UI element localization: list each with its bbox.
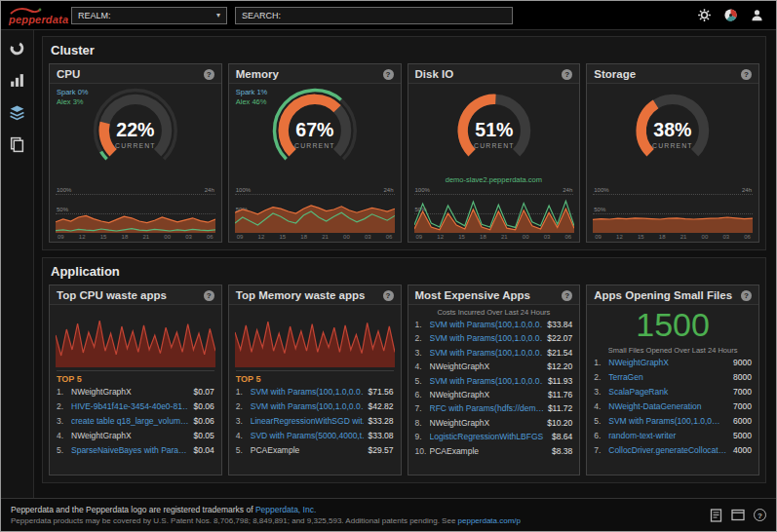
app-name[interactable]: SVM with Params(100,1.0,0.0… xyxy=(251,385,364,399)
cluster-section: Cluster CPU ? Spark 0%Alex 3% 22%CURRENT xyxy=(42,36,766,250)
cpu-history-chart[interactable]: 100% 24h 50% 0912151821000306 xyxy=(56,186,215,242)
application-panel-row: Top CPU waste apps ? TOP 5 1.NWeightGrap… xyxy=(49,285,759,475)
panel-disk-io: Disk IO ? 51%CURRENT demo-slave2.pepperd… xyxy=(408,63,581,243)
patent-line: Pepperdata products may be covered by U.… xyxy=(11,515,521,527)
app-name[interactable]: SVM with Params(100,1.0,0.0… xyxy=(430,346,543,360)
app-value: $0.06 xyxy=(193,399,214,414)
list-item: 4.NWeightGraphX$12.20 xyxy=(415,360,573,373)
user-icon[interactable] xyxy=(750,8,764,22)
disk-io-gauge: 51%CURRENT xyxy=(408,86,580,175)
list-item: 5.SparseNaiveBayes with Para…$0.04 xyxy=(57,443,214,458)
x-tick-label: 00 xyxy=(702,234,709,242)
app-name[interactable]: SparseNaiveBayes with Para… xyxy=(71,443,188,458)
x-tick-label: 12 xyxy=(437,234,444,242)
disk-io-history-chart[interactable]: 100% 24h 50% 0912151821000306 xyxy=(414,186,574,242)
sidebar-charts-icon[interactable] xyxy=(9,72,25,89)
help-icon[interactable]: ? xyxy=(562,69,572,80)
sidebar-dashboard-icon[interactable] xyxy=(9,40,25,57)
app-value: 9000 xyxy=(733,356,752,370)
sidebar-layers-icon[interactable] xyxy=(9,104,25,121)
x-tick-label: 03 xyxy=(722,234,729,242)
list-item: 7.RFC with Params(hdfs://dem…$11.72 xyxy=(415,401,573,415)
rank: 4. xyxy=(236,429,248,443)
trademark-text: Pepperdata and the Pepperdata logo are r… xyxy=(11,505,255,514)
app-name: PCAExample xyxy=(251,443,364,458)
external-window-icon[interactable] xyxy=(731,509,745,521)
document-icon[interactable] xyxy=(710,509,722,522)
list-item: 8.NWeightGraphX$10.20 xyxy=(415,416,573,430)
help-icon[interactable]: ? xyxy=(204,69,214,80)
x-tick-label: 21 xyxy=(501,234,508,242)
app-name[interactable]: HIVE-9b41f41e-3454-40e0-81… xyxy=(71,399,188,414)
storage-plot xyxy=(593,194,753,233)
app-name[interactable]: SVM with Params(100,1.0,0.0… xyxy=(251,399,364,414)
panel-cpu: CPU ? Spark 0%Alex 3% 22%CURRENT 100% 24… xyxy=(49,63,222,243)
svg-text:CURRENT: CURRENT xyxy=(652,142,693,149)
app-name[interactable]: LinearRegressionWithSGD wit… xyxy=(251,414,364,429)
help-icon[interactable]: ? xyxy=(754,509,766,521)
app-name[interactable]: RFC with Params(hdfs://dem… xyxy=(430,401,543,415)
sidebar-reports-icon[interactable] xyxy=(9,136,25,153)
app-name: NWeightGraphX xyxy=(430,388,543,401)
app-value: $33.84 xyxy=(547,318,572,331)
patents-link[interactable]: pepperdata.com/p xyxy=(458,516,522,525)
cpu-waste-chart[interactable] xyxy=(56,309,215,367)
svg-text:CURRENT: CURRENT xyxy=(115,142,156,149)
app-value: $0.06 xyxy=(193,414,214,429)
x-tick-label: 06 xyxy=(386,234,393,242)
list-item: 1.NWeightGraphX$0.07 xyxy=(57,385,214,399)
help-icon[interactable]: ? xyxy=(741,69,752,80)
memory-waste-chart[interactable] xyxy=(235,309,395,367)
patent-text: Pepperdata products may be covered by U.… xyxy=(11,516,458,525)
palette-icon[interactable] xyxy=(723,8,738,22)
rank: 2. xyxy=(415,331,427,345)
rank: 4. xyxy=(415,360,427,373)
help-icon[interactable]: ? xyxy=(383,69,394,80)
pepperdata-logo[interactable]: pepperdata xyxy=(9,7,69,24)
app-name[interactable]: SVD with Params(5000,4000,t… xyxy=(251,429,364,443)
x-tick-label: 21 xyxy=(322,234,329,242)
x-axis: 0912151821000306 xyxy=(56,233,215,242)
app-value: 7000 xyxy=(733,385,752,399)
x-tick-label: 12 xyxy=(79,234,86,242)
help-icon[interactable]: ? xyxy=(741,290,752,301)
footer: Pepperdata and the Pepperdata logo are r… xyxy=(1,498,776,531)
panel-header: Disk IO ? xyxy=(408,64,580,84)
hostname-link[interactable]: demo-slave2.pepperdata.com xyxy=(408,175,580,186)
rank: 3. xyxy=(236,414,248,429)
app-value: 7000 xyxy=(733,399,752,414)
memory-history-chart[interactable]: 100% 24h 50% 0912151821000306 xyxy=(235,186,395,242)
app-value: $33.28 xyxy=(369,414,394,429)
list-item: 4.NWeight-DataGeneration7000 xyxy=(594,399,752,414)
app-name[interactable]: CollocDriver.generateCollocat… xyxy=(608,443,728,458)
search-input[interactable] xyxy=(285,11,506,20)
storage-history-chart[interactable]: 100% 24h 50% 0912151821000306 xyxy=(593,186,753,242)
rank: 5. xyxy=(236,443,248,458)
memory-plot xyxy=(235,194,395,233)
rank: 10. xyxy=(415,444,427,458)
app-name[interactable]: SVM with Params(100,1.0,0.0… xyxy=(430,331,543,345)
app-name[interactable]: LogisticRegressionWithLBFGS xyxy=(430,430,547,443)
app-name[interactable]: TerraGen xyxy=(608,370,728,385)
rank: 3. xyxy=(57,414,68,429)
app-name[interactable]: SVM with Params(100,1.0,0… xyxy=(608,414,728,429)
app-name[interactable]: SVM with Params(100,1.0,0.0… xyxy=(430,318,543,331)
app-name[interactable]: ScalaPageRank xyxy=(608,385,728,399)
app-name[interactable]: random-text-writer xyxy=(608,429,728,443)
x-tick-label: 00 xyxy=(164,234,171,242)
x-tick-label: 06 xyxy=(565,234,572,242)
pepperdata-inc-link[interactable]: Pepperdata, Inc. xyxy=(255,505,316,514)
gear-icon[interactable] xyxy=(697,8,712,22)
app-name[interactable]: SVM with Params(100,1.0,0.0… xyxy=(430,374,543,388)
app-name[interactable]: create table q18_large_volum… xyxy=(71,414,188,429)
help-icon[interactable]: ? xyxy=(562,290,572,301)
x-tick-label: 00 xyxy=(523,234,529,242)
help-icon[interactable]: ? xyxy=(383,290,394,301)
gridline-label: 100% xyxy=(415,187,430,193)
cluster-section-title: Cluster xyxy=(51,43,759,57)
realm-select[interactable]: REALM: ▾ xyxy=(71,7,227,24)
app-name[interactable]: NWeightGraphX xyxy=(608,356,728,370)
list-item: 5.SVM with Params(100,1.0,0.0…$11.93 xyxy=(415,374,573,388)
app-name[interactable]: NWeight-DataGeneration xyxy=(608,399,728,414)
help-icon[interactable]: ? xyxy=(204,290,214,301)
